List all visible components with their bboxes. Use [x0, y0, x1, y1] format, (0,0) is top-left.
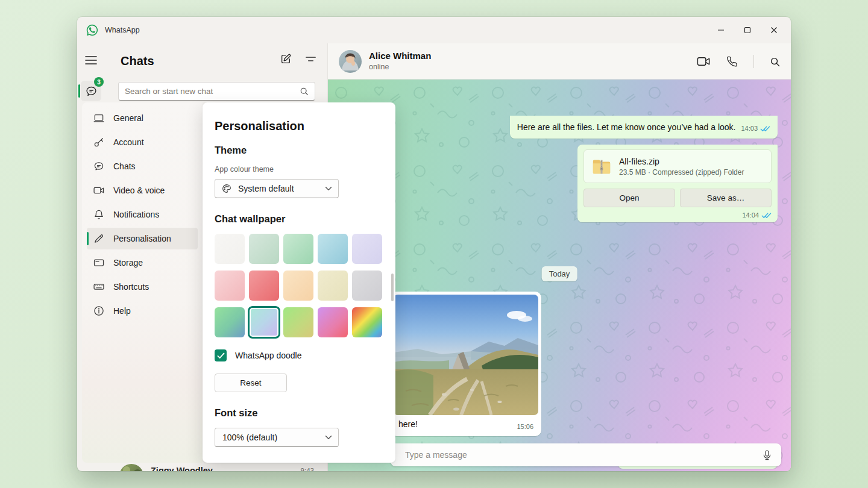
- file-card: All-files.zip 23.5 MB · Compressed (zipp…: [583, 149, 772, 183]
- wallpaper-swatch[interactable]: [352, 234, 382, 264]
- chat-contact-name: Ziggy Woodley: [151, 466, 213, 471]
- font-size-heading: Font size: [215, 407, 258, 419]
- message-incoming-image[interactable]: here! 15:06: [391, 292, 541, 436]
- message-input[interactable]: [405, 450, 761, 460]
- settings-scrollbar[interactable]: [391, 274, 394, 301]
- rail-active-indicator: [78, 84, 80, 98]
- storage-icon: [93, 257, 105, 269]
- theme-select-value: System default: [238, 184, 294, 193]
- chat-search-box[interactable]: [118, 82, 315, 101]
- key-icon: [93, 136, 105, 148]
- wallpaper-swatch[interactable]: [215, 307, 245, 337]
- video-call-button[interactable]: [697, 56, 711, 67]
- wallpaper-swatch[interactable]: [249, 234, 279, 264]
- conversation-area: Alice Whitman online: [328, 43, 791, 471]
- microphone-icon[interactable]: [761, 449, 773, 461]
- settings-nav-help[interactable]: Help: [87, 300, 198, 322]
- chats-icon: [85, 85, 98, 98]
- wallpaper-swatch[interactable]: [318, 234, 348, 264]
- search-icon: [300, 87, 309, 96]
- font-size-select[interactable]: 100% (default): [215, 428, 339, 447]
- doodle-checkbox-label: WhatsApp doodle: [235, 351, 302, 360]
- brush-icon: [93, 233, 105, 245]
- message-time: 15:06: [517, 423, 533, 430]
- chat-wallpaper-heading: Chat wallpaper: [215, 213, 285, 225]
- wallpaper-swatch[interactable]: [215, 234, 245, 264]
- close-button[interactable]: [761, 20, 787, 40]
- read-ticks-icon: [761, 212, 772, 219]
- wallpaper-swatch[interactable]: [318, 307, 348, 337]
- menu-button[interactable]: [85, 55, 97, 65]
- wallpaper-swatch[interactable]: [283, 234, 313, 264]
- window-title: WhatsApp: [105, 26, 140, 34]
- minimize-button[interactable]: [708, 20, 734, 40]
- read-ticks-icon: [760, 125, 770, 132]
- reset-wallpaper-button[interactable]: Reset: [215, 374, 287, 392]
- personalisation-panel: Personalisation Theme App colour theme S…: [203, 102, 395, 463]
- date-divider: Today: [542, 266, 577, 281]
- search-in-chat-button[interactable]: [770, 57, 780, 67]
- message-time: 14:03: [741, 125, 758, 132]
- photo-mountain-landscape[interactable]: [394, 295, 538, 415]
- bell-icon: [93, 208, 105, 221]
- contact-status: online: [369, 63, 389, 71]
- message-outgoing[interactable]: Here are all the files. Let me know once…: [510, 116, 778, 139]
- doodle-checkbox-checked[interactable]: [215, 349, 227, 361]
- wallpaper-swatch[interactable]: [249, 271, 279, 301]
- new-chat-button[interactable]: [280, 53, 292, 65]
- message-composer[interactable]: [391, 443, 781, 466]
- video-camera-icon: [93, 184, 105, 196]
- unread-badge: 3: [94, 77, 104, 87]
- monitor-icon: [93, 112, 105, 124]
- wallpaper-swatch[interactable]: [318, 271, 348, 301]
- settings-nav-storage[interactable]: Storage: [87, 252, 198, 274]
- conversation-header: Alice Whitman online: [328, 43, 791, 80]
- wallpaper-swatch[interactable]: [352, 307, 382, 337]
- header-divider: [753, 55, 754, 68]
- maximize-button[interactable]: [734, 20, 761, 40]
- settings-nav: General Account Chats Video & voice Noti…: [82, 102, 203, 463]
- wallpaper-swatch-selected[interactable]: [249, 307, 279, 337]
- font-size-value: 100% (default): [222, 433, 277, 442]
- chat-wallpaper: Here are all the files. Let me know once…: [328, 80, 791, 471]
- file-meta: 23.5 MB · Compressed (zipped) Folder: [619, 168, 744, 177]
- image-caption: here!: [398, 419, 418, 429]
- settings-nav-shortcuts[interactable]: Shortcuts: [87, 276, 198, 298]
- voice-call-button[interactable]: [726, 56, 738, 67]
- whatsapp-window: WhatsApp 3 Chats: [77, 17, 791, 471]
- chat-bubble-icon: [93, 160, 105, 172]
- theme-select[interactable]: System default: [215, 179, 339, 198]
- avatar: [119, 464, 143, 471]
- settings-nav-chats[interactable]: Chats: [87, 155, 198, 177]
- panel-title: Personalisation: [215, 119, 304, 133]
- file-name: All-files.zip: [619, 157, 744, 166]
- chats-panel-title: Chats: [121, 54, 154, 68]
- save-file-button[interactable]: Save as…: [680, 189, 772, 207]
- palette-icon: [221, 183, 232, 194]
- chevron-down-icon: [325, 435, 332, 440]
- search-input[interactable]: [125, 87, 300, 96]
- wallpaper-swatch[interactable]: [352, 271, 382, 301]
- settings-nav-notifications[interactable]: Notifications: [87, 204, 198, 225]
- message-file-attachment[interactable]: All-files.zip 23.5 MB · Compressed (zipp…: [577, 145, 778, 222]
- open-file-button[interactable]: Open: [583, 189, 675, 207]
- chat-time: 9:43: [301, 467, 314, 471]
- whatsapp-logo-icon: [86, 23, 99, 37]
- info-icon: [93, 305, 105, 317]
- contact-name: Alice Whitman: [369, 51, 431, 61]
- wallpaper-swatch[interactable]: [283, 307, 313, 337]
- chevron-down-icon: [325, 186, 332, 191]
- whatsapp-doodle-option[interactable]: WhatsApp doodle: [215, 349, 302, 361]
- filter-chats-button[interactable]: [305, 53, 316, 65]
- app-colour-theme-label: App colour theme: [215, 165, 274, 174]
- wallpaper-swatch[interactable]: [215, 271, 245, 301]
- settings-nav-account[interactable]: Account: [87, 131, 198, 153]
- selected-nav-indicator: [87, 232, 89, 245]
- chat-list-item[interactable]: Ziggy Woodley 9:43: [105, 464, 327, 471]
- wallpaper-swatch[interactable]: [283, 271, 313, 301]
- settings-nav-general[interactable]: General: [87, 107, 198, 129]
- settings-nav-video-voice[interactable]: Video & voice: [87, 180, 198, 201]
- settings-nav-personalisation[interactable]: Personalisation: [87, 228, 198, 249]
- titlebar: WhatsApp: [77, 17, 791, 43]
- contact-avatar[interactable]: [339, 50, 362, 73]
